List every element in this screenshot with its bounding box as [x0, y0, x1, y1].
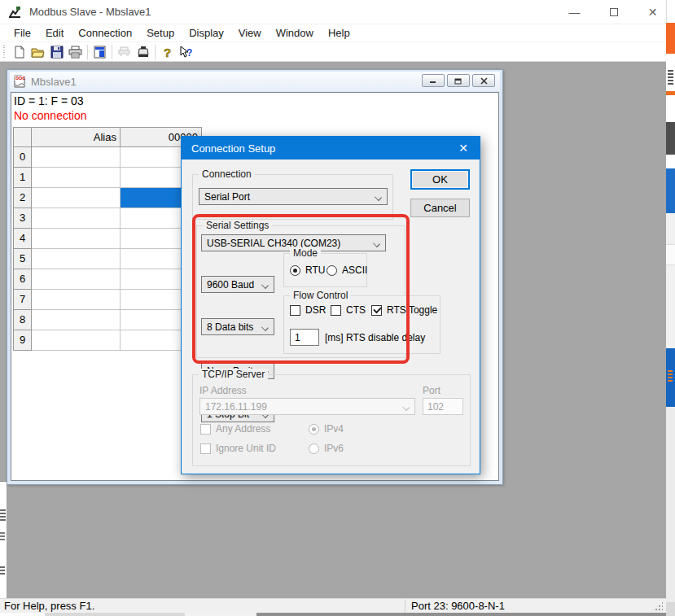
help-button[interactable]: ? — [158, 43, 177, 61]
app-icon — [8, 6, 22, 20]
port-label: Port — [423, 385, 441, 396]
close-icon: ✕ — [648, 6, 658, 19]
alias-column-header[interactable]: Alias — [32, 127, 121, 147]
rts-delay-label: [ms] RTS disable delay — [325, 332, 425, 343]
row-header[interactable]: 0 — [13, 147, 32, 168]
table-row: 1 — [13, 168, 202, 188]
port-input: 102 — [423, 398, 463, 415]
alias-cell[interactable] — [32, 290, 121, 310]
resize-grip-icon[interactable] — [651, 601, 663, 612]
alias-cell[interactable] — [32, 249, 121, 269]
alias-cell[interactable] — [32, 188, 121, 208]
cts-checkbox-label: CTS — [346, 305, 366, 316]
print-button[interactable] — [66, 43, 85, 61]
baud-rate-dropdown[interactable]: 9600 Baud — [201, 276, 274, 293]
ascii-radio-icon — [327, 265, 337, 276]
child-minimize-button[interactable] — [422, 74, 445, 87]
dsr-checkbox[interactable]: DSR — [290, 305, 326, 316]
toolbar: ? ? — [0, 42, 666, 62]
background-window-fragment — [666, 95, 675, 122]
alias-cell[interactable] — [32, 168, 121, 188]
new-file-icon — [13, 46, 26, 59]
connection-type-dropdown[interactable]: Serial Port — [199, 188, 388, 205]
rtu-radio[interactable]: RTU — [290, 265, 325, 276]
background-window-fragment — [666, 23, 675, 54]
child-window-title: Mbslave1 — [31, 76, 77, 88]
menu-help[interactable]: Help — [321, 24, 357, 42]
menu-window[interactable]: Window — [269, 24, 321, 42]
menu-file[interactable]: File — [7, 24, 38, 42]
new-file-button[interactable] — [10, 43, 28, 61]
status-help-text: For Help, press F1. — [4, 600, 94, 612]
cancel-button[interactable]: Cancel — [410, 199, 470, 217]
child-title-bar[interactable]: DOC Mbslave1 — [10, 72, 500, 91]
screen: Modbus Slave - Mbslave1 — ✕ File Edit Co… — [0, 0, 675, 616]
minimize-button[interactable]: — — [556, 0, 593, 24]
svg-text:DOC: DOC — [15, 76, 25, 81]
alias-cell[interactable] — [32, 310, 121, 330]
menu-display[interactable]: Display — [182, 24, 231, 42]
dialog-title: Connection Setup — [191, 142, 275, 155]
table-row: 3 — [13, 208, 202, 229]
dialog-title-bar[interactable]: Connection Setup ✕ — [182, 137, 480, 159]
grid-corner-header[interactable] — [13, 127, 32, 147]
row-header[interactable]: 8 — [13, 310, 32, 330]
help-icon: ? — [162, 46, 173, 59]
rts-delay-input[interactable]: 1 — [290, 329, 319, 346]
row-header[interactable]: 3 — [13, 208, 32, 229]
dsr-checkbox-label: DSR — [305, 305, 326, 316]
background-window-fragment — [668, 70, 673, 85]
rts-toggle-checkbox[interactable]: RTS Toggle — [371, 305, 437, 316]
comm-log-button[interactable] — [115, 43, 134, 61]
background-window-fragment — [666, 0, 675, 23]
alias-cell[interactable] — [32, 269, 121, 290]
row-header[interactable]: 5 — [13, 249, 32, 269]
tcpip-server-group: TCP/IP Server IP Address 172.16.11.199 P… — [192, 374, 471, 466]
toolbar-grip[interactable] — [2, 45, 7, 59]
title-bar: Modbus Slave - Mbslave1 — ✕ — [0, 0, 666, 24]
rts-toggle-checkbox-icon — [371, 305, 382, 316]
mdi-workspace: DOC Mbslave1 ID = 1: F = 03 — [0, 62, 666, 598]
menu-connection[interactable]: Connection — [71, 24, 139, 42]
row-header[interactable]: 7 — [13, 290, 32, 310]
background-window-fragment — [0, 532, 5, 542]
row-header[interactable]: 4 — [13, 229, 32, 249]
child-close-button[interactable] — [472, 74, 495, 87]
background-window-fragment — [666, 407, 675, 602]
menu-edit[interactable]: Edit — [38, 24, 71, 42]
background-window-fragment — [666, 244, 675, 265]
open-file-button[interactable] — [28, 43, 47, 61]
row-header[interactable]: 2 — [13, 188, 32, 208]
rts-toggle-checkbox-label: RTS Toggle — [387, 305, 437, 316]
context-help-icon: ? — [179, 46, 193, 59]
svg-text:?: ? — [164, 46, 171, 59]
alias-cell[interactable] — [32, 208, 121, 229]
row-header[interactable]: 1 — [13, 168, 32, 188]
menu-view[interactable]: View — [231, 24, 269, 42]
data-bits-dropdown[interactable]: 8 Data bits — [201, 318, 274, 335]
maximize-button[interactable] — [595, 0, 632, 24]
comm-log-icon — [117, 46, 131, 59]
alias-cell[interactable] — [32, 147, 121, 168]
alias-cell[interactable] — [32, 330, 121, 351]
rtu-radio-icon — [290, 265, 300, 276]
dialog-close-button[interactable]: ✕ — [447, 137, 480, 159]
status-bar: For Help, press F1. Port 23: 9600-8-N-1 — [0, 598, 666, 613]
connection-group-label: Connection — [199, 168, 255, 180]
table-row: 4 — [13, 229, 202, 249]
background-window-fragment — [666, 122, 675, 155]
display-setup-button[interactable] — [90, 43, 109, 61]
chevron-down-icon — [402, 404, 410, 411]
alias-cell[interactable] — [32, 229, 121, 249]
ok-button[interactable]: OK — [410, 169, 470, 190]
context-help-button[interactable]: ? — [177, 43, 195, 61]
mode-group-label: Mode — [290, 247, 321, 259]
save-button[interactable] — [47, 43, 66, 61]
cts-checkbox[interactable]: CTS — [331, 305, 366, 316]
row-header[interactable]: 9 — [13, 330, 32, 351]
row-header[interactable]: 6 — [13, 269, 32, 290]
connection-button[interactable] — [134, 43, 152, 61]
ascii-radio[interactable]: ASCII — [327, 265, 367, 276]
menu-setup[interactable]: Setup — [139, 24, 182, 42]
child-restore-button[interactable] — [447, 74, 470, 87]
